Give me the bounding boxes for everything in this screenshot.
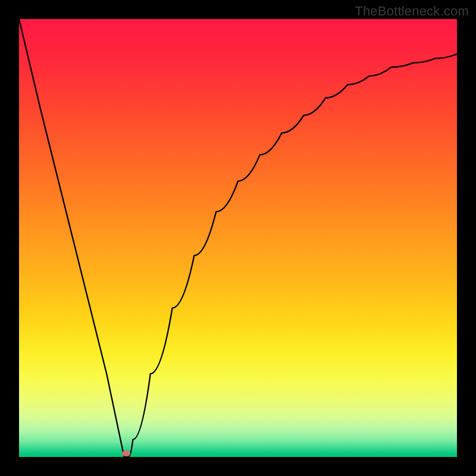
chart-frame: TheBottleneck.com <box>0 0 476 476</box>
bottleneck-curve <box>19 19 457 457</box>
plot-area <box>19 19 457 457</box>
attribution-label: TheBottleneck.com <box>355 4 469 19</box>
curve-minimum-marker <box>122 450 130 456</box>
